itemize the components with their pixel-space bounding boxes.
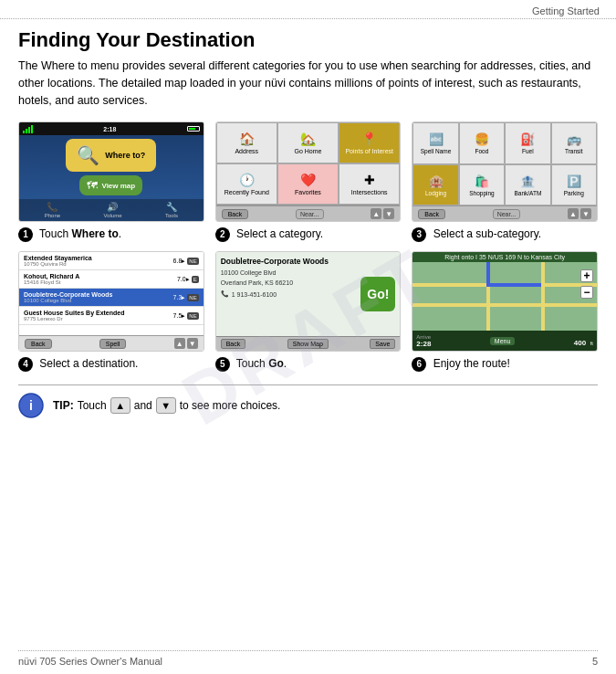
- route-line-h: [486, 283, 542, 287]
- dest-2-name: Kohout, Richard A: [24, 273, 79, 279]
- cat-poi[interactable]: 📍 Points of Interest: [339, 122, 400, 163]
- subcat-bank[interactable]: 🏦 Bank/ATM: [505, 164, 550, 206]
- map-menu-btn[interactable]: Menu: [490, 337, 516, 345]
- tools-button[interactable]: 🔧 Tools: [165, 202, 178, 218]
- subcat-shopping-label: Shopping: [469, 190, 494, 196]
- where-to-button[interactable]: 🔍 Where to?: [66, 139, 156, 172]
- screen4-bottombar: Back Spell ▲ ▼: [19, 335, 204, 351]
- tip-and-text: and: [134, 399, 152, 412]
- subcat-fuel-label: Fuel: [522, 148, 534, 154]
- screen4-spell-btn[interactable]: Spell: [99, 339, 127, 349]
- screen5-bottombar: Back Show Map Save: [216, 336, 401, 351]
- dest-item-4[interactable]: Guest House Suites By Extended 9775 Lene…: [19, 307, 204, 325]
- map-direction-bar: Right onto I 35 N/US 169 N to Kansas Cit…: [412, 252, 597, 262]
- subcat-food-label: Food: [475, 148, 489, 154]
- dest-4-dist: 7.5▸: [173, 312, 186, 320]
- go-button[interactable]: Go!: [360, 277, 395, 311]
- screen4-down-arrow[interactable]: ▼: [187, 338, 198, 349]
- screen4-back-btn[interactable]: Back: [25, 339, 52, 349]
- cat-favorites[interactable]: ❤️ Favorites: [277, 163, 339, 205]
- screen5-body: Doubletree-Corporate Woods 10100 College…: [216, 252, 401, 336]
- detail-phone-number: 1 913-451-6100: [232, 291, 277, 298]
- subcat-parking[interactable]: 🅿️ Parking: [551, 164, 597, 206]
- screen2-arrows: ▲ ▼: [371, 208, 394, 219]
- volume-button[interactable]: 🔊 Volume: [103, 202, 121, 218]
- down-arrow-icon[interactable]: ▼: [383, 208, 394, 219]
- screen2-back-btn[interactable]: Back: [222, 209, 249, 219]
- address-icon: 🏠: [239, 132, 255, 146]
- dest-item-2[interactable]: Kohout, Richard A 15416 Floyd St 7.0▸ E: [19, 270, 204, 289]
- screen5-save-btn[interactable]: Save: [370, 339, 395, 349]
- subcat-food[interactable]: 🍔 Food: [459, 122, 505, 164]
- phone-label: Phone: [45, 213, 60, 218]
- step-5-num: 5: [215, 357, 230, 372]
- dest-1-addr: 10750 Quivira Rd: [24, 261, 92, 267]
- view-map-label: View map: [101, 182, 135, 190]
- cat-intersections-label: Intersections: [351, 189, 388, 195]
- subcat-lodging[interactable]: 🏨 Lodging: [412, 164, 458, 206]
- screen4-up-arrow[interactable]: ▲: [174, 338, 185, 349]
- subcat-shopping[interactable]: 🛍️ Shopping: [459, 164, 505, 206]
- dest-1-dir: NE: [187, 258, 198, 265]
- map-zoom-in-btn[interactable]: +: [580, 269, 593, 282]
- dest-4-dir: NE: [187, 312, 198, 320]
- phone-button[interactable]: 📞 Phone: [45, 202, 60, 218]
- screen3-arrows: ▲ ▼: [568, 208, 591, 219]
- dest-3-name: Doubletree-Corporate Woods: [24, 291, 113, 298]
- tip-up-arrow-btn[interactable]: ▲: [110, 397, 131, 414]
- map-zoom-out-btn[interactable]: −: [580, 286, 593, 299]
- magnify-icon: 🔍: [77, 144, 99, 166]
- screen6-device: Right onto I 35 N/US 169 N to Kansas Cit…: [412, 252, 597, 351]
- cat-address[interactable]: 🏠 Address: [216, 122, 277, 163]
- step-5-cell: Doubletree-Corporate Woods 10100 College…: [215, 251, 402, 372]
- up-arrow-icon[interactable]: ▲: [371, 208, 381, 219]
- cat-recent[interactable]: 🕐 Recently Found: [216, 163, 277, 205]
- dest-1-info: Extended Stayamerica 10750 Quivira Rd: [24, 255, 92, 267]
- cat-poi-label: Points of Interest: [345, 148, 393, 154]
- subcat-fuel[interactable]: ⛽ Fuel: [505, 122, 550, 164]
- view-map-button[interactable]: 🗺 View map: [79, 175, 142, 195]
- map-road-horizontal-2: [412, 303, 597, 307]
- subcat-spell-label: Spell Name: [421, 148, 452, 154]
- tip-text-before: Touch: [78, 399, 107, 412]
- poi-icon: 📍: [361, 132, 377, 146]
- screen3-near-btn[interactable]: Near...: [493, 209, 521, 219]
- intro-text: The Where to menu provides several diffe…: [18, 58, 598, 109]
- tip-end-text: to see more choices.: [180, 399, 281, 412]
- tip-down-arrow-btn[interactable]: ▼: [156, 397, 176, 414]
- step-2-num: 2: [215, 227, 230, 242]
- map-dist-block: 400 ft: [574, 332, 593, 349]
- volume-icon: 🔊: [107, 202, 118, 212]
- step-1-image: 2:18 🔍 Where to? 🗺 View map: [18, 121, 204, 222]
- step-1-keyword: Where to: [71, 227, 118, 240]
- screen3-back-btn[interactable]: Back: [418, 209, 445, 219]
- screen4-device: Extended Stayamerica 10750 Quivira Rd 6.…: [19, 252, 204, 351]
- dest-item-1[interactable]: Extended Stayamerica 10750 Quivira Rd 6.…: [19, 252, 204, 270]
- shopping-icon: 🛍️: [475, 174, 489, 188]
- dest-2-right: 7.0▸ E: [177, 273, 199, 285]
- transit-icon: 🚌: [567, 132, 581, 146]
- tip-info-icon: i: [18, 393, 44, 418]
- screen3-down-arrow[interactable]: ▼: [580, 208, 591, 219]
- cat-go-home[interactable]: 🏡 Go Home: [277, 122, 339, 163]
- step-5-image: Doubletree-Corporate Woods 10100 College…: [215, 251, 402, 352]
- screen2-near-btn[interactable]: Near...: [296, 209, 324, 219]
- subcat-transit[interactable]: 🚌 Transit: [551, 122, 597, 164]
- subcat-spell-name[interactable]: 🔤 Spell Name: [412, 122, 458, 164]
- screen1-statusbar: 2:18: [19, 122, 204, 135]
- steps-grid: 2:18 🔍 Where to? 🗺 View map: [18, 121, 598, 372]
- page-title: Finding Your Destination: [18, 28, 598, 52]
- screen5-showmap-btn[interactable]: Show Map: [287, 339, 329, 349]
- page-header: Getting Started: [0, 0, 616, 19]
- cat-recent-label: Recently Found: [224, 189, 269, 195]
- favorites-icon: ❤️: [300, 173, 316, 187]
- footer-left-text: nüvi 705 Series Owner's Manual: [18, 656, 162, 667]
- map-time: 2:28: [416, 340, 431, 348]
- screen5-back-btn[interactable]: Back: [221, 339, 246, 349]
- step-4-image: Extended Stayamerica 10750 Quivira Rd 6.…: [18, 251, 204, 352]
- dest-item-3[interactable]: Doubletree-Corporate Woods 10100 College…: [19, 289, 204, 307]
- screen4-arrows: ▲ ▼: [174, 338, 198, 349]
- screen3-up-arrow[interactable]: ▲: [568, 208, 579, 219]
- cat-intersections[interactable]: ✚ Intersections: [339, 163, 400, 205]
- tip-text-area: TIP: Touch ▲ and ▼ to see more choices.: [53, 397, 280, 414]
